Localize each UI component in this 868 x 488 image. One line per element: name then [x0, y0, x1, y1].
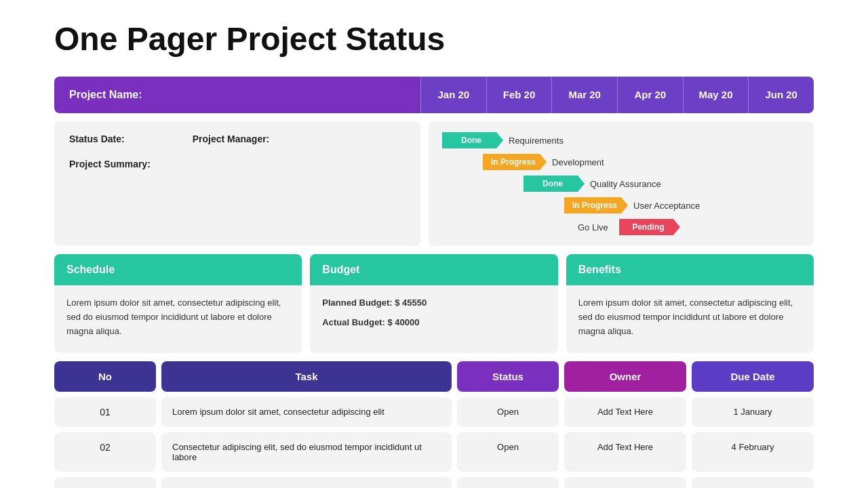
- td-status-1: Open: [457, 397, 559, 427]
- table-row: 01 Lorem ipsum dolor sit amet, consectet…: [54, 397, 814, 427]
- badge-inprogress-ua: In Progress: [564, 197, 628, 214]
- gantt-label-golive: Go Live: [578, 222, 608, 232]
- actual-budget-label: Actual Budget:: [322, 317, 384, 327]
- td-owner-3: Add Text Here: [564, 477, 686, 488]
- gantt-label-development: Development: [552, 157, 604, 167]
- project-name-box: Project Name:: [54, 77, 420, 113]
- timeline-header: Jan 20 Feb 20 Mar 20 Apr 20 May 20 Jun 2…: [420, 77, 814, 113]
- badge-done-qa: Done: [524, 176, 585, 192]
- timeline-month-feb: Feb 20: [486, 77, 552, 113]
- td-status-2: Open: [457, 432, 559, 472]
- gantt-label-requirements: Requirements: [509, 136, 564, 146]
- task-table-header: No Task Status Owner Due Date: [54, 361, 814, 392]
- th-no: No: [54, 361, 156, 392]
- gantt-label-qa: Quality Assurance: [590, 179, 661, 189]
- th-duedate: Due Date: [692, 361, 814, 392]
- info-row: Status Date: Project Manager: Project Su…: [54, 121, 814, 246]
- badge-pending-golive: Pending: [619, 219, 680, 235]
- gantt-row-4: In Progress User Acceptance: [442, 197, 800, 214]
- timeline-month-jan: Jan 20: [420, 77, 486, 113]
- status-date-label: Status Date:: [69, 134, 125, 144]
- td-duedate-2: 4 February: [692, 432, 814, 472]
- gantt-row-2: In Progress Development: [442, 154, 800, 170]
- task-table-section: No Task Status Owner Due Date 01 Lorem i…: [54, 361, 814, 488]
- benefits-header: Benefits: [566, 254, 814, 285]
- page-title: One Pager Project Status: [54, 20, 814, 58]
- table-row: 02 Consectetur adipiscing elit, sed do e…: [54, 432, 814, 472]
- th-status: Status: [457, 361, 559, 392]
- project-summary-label: Project Summary:: [69, 159, 151, 169]
- schedule-card: Schedule Lorem ipsum dolor sit amet, con…: [54, 254, 302, 353]
- benefits-card: Benefits Lorem ipsum dolor sit amet, con…: [566, 254, 814, 353]
- td-task-2: Consectetur adipiscing elit, sed do eius…: [161, 432, 452, 472]
- planned-budget-value: $ 45550: [395, 298, 427, 308]
- top-section: Project Name: Jan 20 Feb 20 Mar 20 Apr 2…: [54, 77, 814, 113]
- td-no-1: 01: [54, 397, 156, 427]
- gantt-panel: Done Requirements In Progress Developmen…: [429, 121, 814, 246]
- td-duedate-1: 1 January: [692, 397, 814, 427]
- info-left-panel: Status Date: Project Manager: Project Su…: [54, 121, 420, 246]
- td-owner-2: Add Text Here: [564, 432, 686, 472]
- timeline-month-jun: Jun 20: [748, 77, 814, 113]
- td-status-3: Open: [457, 477, 559, 488]
- td-no-2: 02: [54, 432, 156, 472]
- td-task-1: Lorem ipsum dolor sit amet, consectetur …: [161, 397, 452, 427]
- schedule-body: Lorem ipsum dolor sit amet, consectetur …: [54, 285, 302, 353]
- badge-done-requirements: Done: [442, 132, 503, 148]
- th-task: Task: [161, 361, 452, 392]
- td-duedate-3: 15 April: [692, 477, 814, 488]
- td-no-3: 03: [54, 477, 156, 488]
- three-col-section: Schedule Lorem ipsum dolor sit amet, con…: [54, 254, 814, 353]
- table-row: 03 Eadipiscing elit, sed do eiusmod temp…: [54, 477, 814, 488]
- th-owner: Owner: [564, 361, 686, 392]
- budget-card: Budget Planned Budget: $ 45550 Actual Bu…: [310, 254, 557, 353]
- gantt-row-5: Go Live Pending: [442, 219, 800, 235]
- badge-inprogress-development: In Progress: [483, 154, 547, 170]
- actual-budget-line: Actual Budget: $ 40000: [322, 316, 545, 330]
- budget-body: Planned Budget: $ 45550 Actual Budget: $…: [310, 285, 557, 353]
- schedule-header: Schedule: [54, 254, 302, 285]
- budget-header: Budget: [310, 254, 557, 285]
- timeline-month-apr: Apr 20: [617, 77, 683, 113]
- actual-budget-value: $ 40000: [387, 317, 419, 327]
- timeline-month-mar: Mar 20: [551, 77, 617, 113]
- planned-budget-line: Planned Budget: $ 45550: [322, 296, 545, 310]
- project-manager-label: Project Manager:: [193, 134, 270, 144]
- project-name-label: Project Name:: [69, 89, 142, 101]
- gantt-row-1: Done Requirements: [442, 132, 800, 148]
- td-task-3: Eadipiscing elit, sed do eiusmod tempor …: [161, 477, 452, 488]
- benefits-body: Lorem ipsum dolor sit amet, consectetur …: [566, 285, 814, 353]
- gantt-label-ua: User Acceptance: [633, 201, 700, 211]
- timeline-month-may: May 20: [683, 77, 749, 113]
- td-owner-1: Add Text Here: [564, 397, 686, 427]
- gantt-row-3: Done Quality Assurance: [442, 176, 800, 192]
- planned-budget-label: Planned Budget:: [322, 298, 392, 308]
